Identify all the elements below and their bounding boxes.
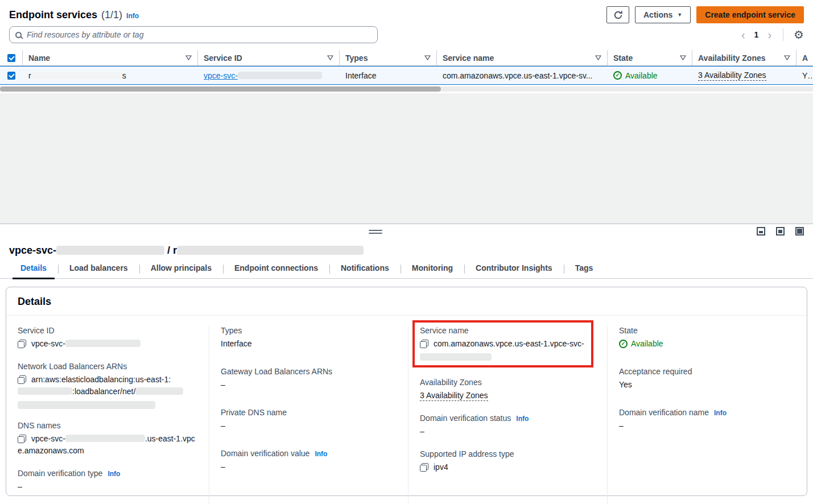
service-id-link[interactable]: vpce-svc- <box>204 71 322 80</box>
select-all-checkbox[interactable] <box>7 54 15 62</box>
label-text: Domain verification value <box>221 449 309 458</box>
field-label: Service name <box>420 326 598 335</box>
field-supported-ip: Supported IP address type ipv4 <box>420 449 598 473</box>
details-card: Details Service ID vpce-svc- Network Loa… <box>6 287 807 496</box>
availability-zones-popover-trigger[interactable]: 3 Availability Zones <box>420 391 488 401</box>
row-state-cell: Available <box>608 71 692 80</box>
column-header-service-id[interactable]: Service ID <box>198 50 340 65</box>
page-title: Endpoint services <box>9 9 97 21</box>
panel-size-large-icon[interactable] <box>795 227 804 236</box>
tab-monitoring[interactable]: Monitoring <box>401 263 464 278</box>
column-header-types[interactable]: Types <box>340 50 437 65</box>
toolbar-row: ‹ 1 › ⚙ <box>0 25 813 44</box>
tab-label: Allow principals <box>151 263 212 272</box>
panel-title-name-prefix: r <box>173 245 177 256</box>
tab-label: Notifications <box>341 263 389 272</box>
field-value: arn:aws:elasticloadbalancing:us-east-1::… <box>18 374 200 409</box>
column-header-state[interactable]: State <box>608 50 692 65</box>
tab-endpoint-connections[interactable]: Endpoint connections <box>223 263 329 278</box>
state-text: Available <box>625 71 658 80</box>
info-link[interactable]: Info <box>315 450 327 458</box>
check-circle-icon <box>619 340 628 348</box>
field-nlb-arns: Network Load Balancers ARNs arn:aws:elas… <box>18 362 200 409</box>
field-label: Supported IP address type <box>420 449 598 458</box>
search-box[interactable] <box>9 26 378 43</box>
column-header-name[interactable]: Name <box>23 50 198 65</box>
chevron-left-icon[interactable]: ‹ <box>740 29 746 40</box>
field-label: DNS names <box>18 421 200 430</box>
redacted-arn-line <box>18 401 155 409</box>
details-column-1: Service ID vpce-svc- Network Load Balanc… <box>6 326 209 504</box>
redacted-title-id <box>56 246 164 255</box>
field-label: Domain verification status Info <box>420 414 598 423</box>
create-endpoint-service-button[interactable]: Create endpoint service <box>696 6 804 23</box>
column-label: Service ID <box>204 53 242 63</box>
gear-icon[interactable]: ⚙ <box>794 29 804 40</box>
table-header-row: Name Service ID Types Service name State… <box>0 50 813 66</box>
page-title-wrap: Endpoint services (1/1) Info <box>9 9 139 21</box>
row-types-cell: Interface <box>340 71 437 80</box>
row-checkbox[interactable] <box>7 72 15 80</box>
field-value: vpce-svc- <box>18 338 200 350</box>
column-header-service-name[interactable]: Service name <box>437 50 608 65</box>
resize-handle[interactable] <box>369 230 382 236</box>
field-domain-verification-name: Domain verification name Info – <box>619 408 798 432</box>
details-column-4: State Available Acceptance required Yes … <box>607 326 807 504</box>
field-label: Gateway Load Balancers ARNs <box>221 367 399 376</box>
details-grid: Service ID vpce-svc- Network Load Balanc… <box>6 316 807 504</box>
redacted-lb-name <box>135 387 183 395</box>
availability-zones-popover-trigger[interactable]: 3 Availability Zones <box>698 71 766 81</box>
field-value: – <box>221 461 399 473</box>
header-info-link[interactable]: Info <box>126 12 139 20</box>
panel-size-medium-icon[interactable] <box>776 227 785 236</box>
copy-icon[interactable] <box>18 375 26 384</box>
search-input[interactable] <box>27 30 372 39</box>
table-row[interactable]: rs vpce-svc- Interface com.amazonaws.vpc… <box>0 66 813 85</box>
tab-label: Tags <box>575 263 593 272</box>
copy-icon[interactable] <box>18 435 26 443</box>
filter-icon[interactable] <box>784 55 790 60</box>
details-card-header: Details <box>6 287 807 316</box>
tab-tags[interactable]: Tags <box>564 263 605 278</box>
horizontal-scrollbar-thumb[interactable] <box>0 86 441 92</box>
copy-icon[interactable] <box>420 463 428 472</box>
filter-icon[interactable] <box>327 55 333 60</box>
row-availability-zones-cell: 3 Availability Zones <box>692 71 797 81</box>
copy-icon[interactable] <box>420 340 428 348</box>
chevron-down-icon: ▼ <box>677 12 682 18</box>
actions-dropdown-button[interactable]: Actions ▼ <box>635 6 691 23</box>
field-label: Availability Zones <box>420 378 598 387</box>
info-link[interactable]: Info <box>714 409 727 417</box>
panel-title-separator: / <box>167 245 170 256</box>
filter-icon[interactable] <box>595 55 601 60</box>
field-domain-verification-type: Domain verification type Info – <box>18 469 200 493</box>
refresh-button[interactable] <box>606 6 629 23</box>
column-header-availability-zones[interactable]: Availability Zones <box>692 50 797 65</box>
filter-icon[interactable] <box>680 55 686 60</box>
column-label: Types <box>345 53 368 63</box>
field-service-id: Service ID vpce-svc- <box>18 326 200 350</box>
tab-details[interactable]: Details <box>9 263 58 278</box>
info-link[interactable]: Info <box>516 415 529 423</box>
tab-label: Endpoint connections <box>234 263 318 272</box>
column-header-acceptance-clipped[interactable]: A <box>797 50 813 65</box>
panel-size-small-icon[interactable] <box>757 227 765 236</box>
tab-contributor-insights[interactable]: Contributor Insights <box>464 263 564 278</box>
info-link[interactable]: Info <box>108 470 120 478</box>
copy-icon[interactable] <box>18 340 26 348</box>
tab-load-balancers[interactable]: Load balancers <box>58 263 139 278</box>
nlb-arn-part2: :loadbalancer/net/ <box>72 387 135 396</box>
field-value: – <box>221 420 399 432</box>
chevron-right-icon[interactable]: › <box>766 29 773 40</box>
redacted-account-id <box>18 387 72 395</box>
filter-icon[interactable] <box>185 55 192 60</box>
row-acceptance-cell: Y <box>797 71 813 80</box>
tab-notifications[interactable]: Notifications <box>329 263 401 278</box>
filter-icon[interactable] <box>424 55 431 60</box>
split-panel: vpce-svc- / r Details Load balancers All… <box>0 224 813 504</box>
panel-size-controls <box>757 227 804 236</box>
page-header: Endpoint services (1/1) Info Actions ▼ C… <box>0 0 813 24</box>
field-label: Domain verification type Info <box>18 469 200 478</box>
tab-allow-principals[interactable]: Allow principals <box>139 263 223 278</box>
field-value: Yes <box>619 379 798 391</box>
